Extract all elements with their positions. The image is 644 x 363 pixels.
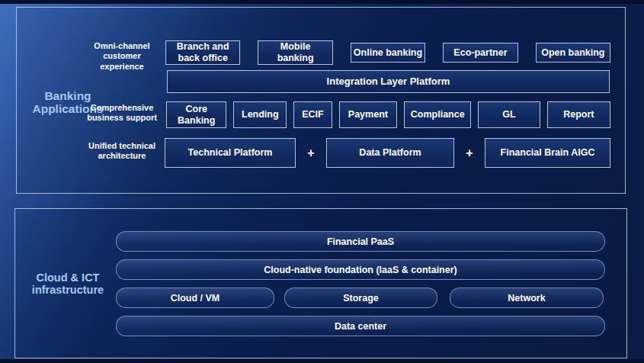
bar-network: Network <box>450 288 604 308</box>
box-report: Report <box>547 101 610 128</box>
plus-sign: + <box>296 146 326 160</box>
bar-cloud-vm: Cloud / VM <box>116 288 274 308</box>
top-dark-strip <box>0 0 644 4</box>
box-ecif: ECIF <box>293 101 332 128</box>
architecture-diagram: Banking Applications Omni-channel custom… <box>0 0 644 363</box>
comprehensive-business-support-label: Comprehensive business support <box>82 103 162 124</box>
channel-box-row: Branch and back office Mobile banking On… <box>165 40 610 65</box>
platform-box-row: Technical Platform + Data Platform + Fin… <box>165 138 610 168</box>
bottom-dark-strip <box>0 359 644 363</box>
bar-data-center: Data center <box>116 316 605 336</box>
box-compliance: Compliance <box>404 101 471 128</box>
box-gl: GL <box>478 101 540 128</box>
omni-channel-label: Omni-channel customer experience <box>82 41 162 72</box>
box-payment: Payment <box>339 101 398 128</box>
box-eco-partner: Eco-partner <box>443 43 517 63</box>
box-online-banking: Online banking <box>351 43 425 63</box>
box-core-banking: Core Banking <box>166 101 226 128</box>
box-mobile-banking: Mobile banking <box>258 40 332 65</box>
box-branch-and-back-office: Branch and back office <box>165 40 240 65</box>
box-technical-platform: Technical Platform <box>165 138 296 168</box>
bar-financial-paas: Financial PaaS <box>116 231 605 252</box>
box-lending: Lending <box>233 101 287 128</box>
bar-cloud-native-foundation: Cloud-native foundation (IaaS & containe… <box>116 259 605 280</box>
plus-sign: + <box>454 146 485 160</box>
box-open-banking: Open banking <box>536 43 610 63</box>
unified-technical-architecture-label: Unified technical architecture <box>82 141 162 162</box>
business-box-row: Core Banking Lending ECIF Payment Compli… <box>166 101 610 128</box>
box-financial-brain-aigc: Financial Brain AIGC <box>485 138 610 168</box>
box-data-platform: Data Platform <box>326 138 454 168</box>
cloud-ict-title: Cloud & ICT infrastructure <box>21 271 114 296</box>
box-integration-layer-platform: Integration Layer Platform <box>167 70 610 93</box>
bar-storage: Storage <box>284 288 437 308</box>
